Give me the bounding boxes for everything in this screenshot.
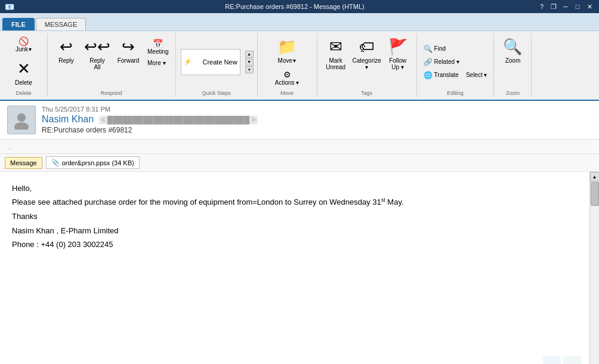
sender-name-text: Nasim Khan [42, 114, 94, 124]
body-signature: Nasim Khan , E-Pharm Limited [12, 224, 578, 237]
cc-text: ... [7, 143, 13, 150]
restore-button[interactable]: ❐ [549, 2, 558, 11]
find-icon: 🔍 [424, 45, 433, 53]
ribbon-group-delete: 🚫 Junk ▾ ✕ Delete Delete [0, 33, 48, 97]
reply-icon: ↩ [60, 38, 73, 56]
body-thanks: Thanks [12, 209, 578, 223]
body-paragraph: Please see attached purchase order for t… [12, 195, 578, 209]
related-icon: 🔗 [424, 58, 433, 66]
zoom-label: Zoom [505, 57, 521, 64]
forward-button[interactable]: ↪ Forward [113, 35, 143, 67]
more-button[interactable]: More ▾ [144, 58, 172, 68]
mail-view: Thu 5/25/2017 8:31 PM Nasim Khan < █████… [0, 101, 599, 364]
title-bar: 📧 RE:Purchase orders #69812 - Message (H… [0, 0, 599, 13]
reply-button[interactable]: ↩ Reply [51, 35, 81, 67]
follow-up-icon: 🚩 [388, 38, 407, 56]
delete-group-label: Delete [16, 89, 31, 96]
meeting-button[interactable]: 📅 Meeting [144, 37, 172, 57]
cc-bar: ... [0, 140, 599, 154]
sender-name: Nasim Khan < ███████████████████████████… [42, 114, 592, 125]
quicksteps-more-arrow[interactable]: ▾ [245, 66, 254, 73]
mark-unread-label: Mark Unread [325, 57, 347, 70]
quicksteps-group-label: Quick Steps [202, 89, 231, 96]
mark-unread-button[interactable]: ✉ Mark Unread [321, 35, 351, 73]
quick-steps-create-new[interactable]: ⚡ Create New [181, 49, 240, 75]
attachment-filename: order&prsn.ppsx (34 KB) [62, 159, 134, 166]
maximize-button[interactable]: □ [573, 2, 582, 11]
more-label: More ▾ [147, 60, 166, 66]
mail-body-scroll[interactable]: Hello, Please see attached purchase orde… [0, 172, 589, 364]
move-arrow: ▾ [293, 57, 296, 64]
quicksteps-up-arrow[interactable]: ▲ [245, 51, 254, 58]
tags-group-label: Tags [361, 89, 372, 96]
body-greeting: Hello, [12, 181, 578, 195]
junk-button[interactable]: 🚫 Junk ▾ [13, 35, 35, 54]
meeting-icon: 📅 [153, 39, 163, 48]
delete-button[interactable]: ✕ Delete [9, 57, 39, 89]
categorize-icon: 🏷 [359, 38, 375, 56]
move-group-label: Move [280, 89, 294, 96]
ribbon: 🚫 Junk ▾ ✕ Delete Delete ↩ Reply [0, 31, 599, 101]
message-tab[interactable]: Message [5, 157, 42, 169]
reply-all-icon: ↩↩ [84, 38, 110, 56]
ribbon-group-quicksteps: ⚡ Create New ▲ ▼ ▾ Quick Steps [176, 33, 258, 97]
zoom-icon: 🔍 [503, 38, 522, 56]
forward-label: Forward [118, 57, 140, 64]
scroll-up-arrow[interactable]: ▲ [590, 172, 600, 181]
reply-all-button[interactable]: ↩↩ Reply All [82, 35, 112, 73]
sender-email-text: < ████████████████████████████ > [99, 116, 258, 124]
body-line2: Please see attached purchase order for t… [12, 198, 381, 207]
create-new-label: Create New [203, 58, 237, 66]
forward-icon: ↪ [122, 38, 135, 56]
move-button[interactable]: 📁 Move ▾ [272, 35, 302, 67]
tab-bar: FILE MESSAGE [0, 13, 599, 31]
body-line2end: May. [385, 198, 404, 207]
close-button[interactable]: ✕ [585, 2, 594, 11]
categorize-button[interactable]: 🏷 Categorize ▾ [352, 35, 382, 73]
follow-up-label: Follow Up ▾ [387, 57, 409, 70]
actions-button[interactable]: ⚙ Actions ▾ [272, 68, 302, 88]
message-tab-label: Message [10, 159, 37, 166]
scrollbar[interactable]: ▲ ▼ [589, 172, 599, 364]
help-button[interactable]: ? [537, 2, 546, 11]
attachment-icon: 📎 [51, 159, 60, 166]
junk-dropdown-arrow: ▾ [29, 46, 32, 53]
reply-label: Reply [58, 57, 74, 64]
attachment-file[interactable]: 📎 order&prsn.ppsx (34 KB) [46, 156, 140, 169]
watermark [543, 356, 581, 364]
related-button[interactable]: 🔗 Related ▾ [421, 56, 462, 68]
quicksteps-down-arrow[interactable]: ▼ [245, 58, 254, 66]
tab-file[interactable]: FILE [2, 18, 35, 30]
select-button[interactable]: Select ▾ [463, 70, 490, 80]
ribbon-group-respond: ↩ Reply ↩↩ Reply All ↪ Forward 📅 Meeting… [48, 33, 176, 97]
mail-subject: RE:Purchase orders #69812 [42, 126, 592, 134]
categorize-label: Categorize ▾ [352, 57, 381, 70]
actions-label: Actions ▾ [275, 79, 300, 86]
junk-label: Junk [16, 46, 28, 53]
body-superscript: st [381, 197, 385, 203]
tab-message[interactable]: MESSAGE [36, 18, 86, 30]
junk-icon: 🚫 [18, 36, 29, 46]
actions-icon: ⚙ [283, 70, 291, 79]
ribbon-group-editing: 🔍 Find 🔗 Related ▾ 🌐 Translate Select ▾ [417, 33, 495, 97]
body-phone: Phone : +44 (0) 203 3002245 [12, 237, 578, 251]
delete-icon: ✕ [17, 60, 30, 78]
follow-up-button[interactable]: 🚩 Follow Up ▾ [383, 35, 413, 73]
find-button[interactable]: 🔍 Find [421, 43, 449, 55]
translate-icon: 🌐 [424, 71, 433, 79]
meeting-label: Meeting [147, 48, 169, 55]
minimize-button[interactable]: ─ [561, 2, 570, 11]
move-icon: 📁 [277, 38, 297, 56]
sender-date: Thu 5/25/2017 8:31 PM [42, 106, 592, 113]
respond-group-label: Respond [101, 89, 122, 96]
mark-unread-icon: ✉ [329, 38, 342, 56]
scroll-thumb[interactable] [591, 182, 599, 206]
sender-info: Thu 5/25/2017 8:31 PM Nasim Khan < █████… [42, 106, 592, 134]
window-title: RE:Purchase orders #69812 - Message (HTM… [53, 3, 537, 10]
zoom-button[interactable]: 🔍 Zoom [498, 35, 527, 67]
reply-all-label: Reply All [87, 57, 108, 70]
svg-point-0 [17, 113, 26, 122]
translate-button[interactable]: 🌐 Translate [421, 69, 462, 81]
ribbon-group-tags: ✉ Mark Unread 🏷 Categorize ▾ 🚩 Follow Up… [317, 33, 417, 97]
ribbon-group-move: 📁 Move ▾ ⚙ Actions ▾ Move [258, 33, 317, 97]
